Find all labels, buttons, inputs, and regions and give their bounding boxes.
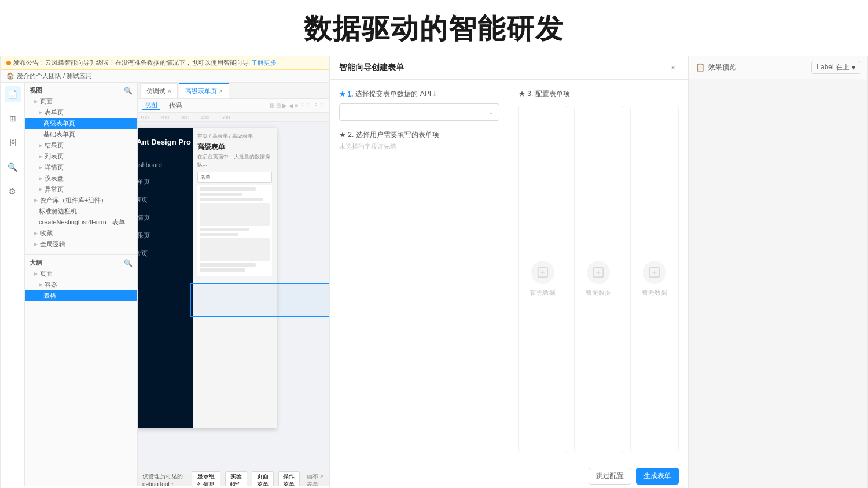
wizard-step-1-num: ★ 1.	[339, 90, 353, 98]
wizard-empty-cards: 暂无数据 暂无数据	[518, 106, 679, 452]
ide-panel: 发布公告：云凤蝶智能向导升级啦！在没有准备数据的情况下，也可以使用智能向导 了解…	[0, 56, 330, 488]
tree-item-std-sidebar[interactable]: 标准侧边栏机	[25, 206, 137, 217]
breadcrumb-text: 漫介的个人团队 / 测试应用	[17, 72, 92, 80]
wizard-finish-btn[interactable]: 生成表单	[636, 468, 679, 485]
ide-view-btn-visual[interactable]: 视图	[142, 101, 160, 110]
wizard-api-select[interactable]: ⌄	[339, 103, 499, 121]
tree-item-pages-label: 页面	[40, 97, 53, 106]
sidebar-config-icon[interactable]: ⚙	[5, 183, 21, 199]
adp-row-4	[200, 203, 270, 226]
preview-label-select-value: Label 在上	[816, 62, 849, 72]
notification-link[interactable]: 了解更多	[251, 58, 277, 67]
wizard-step-2-num: ★ 2.	[339, 131, 354, 139]
debug-page-menu-btn[interactable]: 页面菜单	[252, 471, 274, 487]
ide-filetree: 视图 🔍 ▶ 页面 ▶ 表单页 高级表单页 基	[25, 83, 138, 486]
tree-item-exception-label: 异常页	[45, 185, 64, 194]
ide-tab-advanced-form-close[interactable]: ×	[219, 88, 223, 94]
outline-pages[interactable]: ▶ 页面	[25, 268, 137, 279]
preview-label-select[interactable]: Label 在上 ▾	[811, 61, 860, 74]
wizard-title: 智能向导创建表单	[339, 62, 404, 73]
ide-view-toggle: 视图 代码 ⊞ ⊟ ▶ ◀ ≡ ⋮⋮ ⋮⋮	[138, 99, 329, 113]
wizard-skip-btn[interactable]: 跳过配置	[589, 468, 631, 485]
outline-search-icon[interactable]: 🔍	[124, 259, 133, 267]
sidebar-pages-icon[interactable]: 📄	[5, 86, 21, 102]
wizard-empty-text-1: 暂无数据	[530, 289, 556, 297]
tree-item-dashboard[interactable]: ▶ 仪表盘	[25, 173, 137, 184]
tree-item-basic-form[interactable]: 基础表单页	[25, 129, 137, 140]
sidebar-search-icon[interactable]: 🔍	[5, 159, 21, 175]
adp-table-header: 名单	[197, 172, 272, 183]
notification-text: 发布公告：云凤蝶智能向导升级啦！在没有准备数据的情况下，也可以使用智能向导	[13, 58, 249, 67]
wizard-step-1-info-icon: ℹ	[433, 90, 436, 98]
debug-show-components-btn[interactable]: 显示组件信息	[192, 471, 220, 487]
sidebar-data-icon[interactable]: 🗄	[5, 135, 21, 151]
wizard-header: 智能向导创建表单 ×	[330, 56, 688, 80]
ide-tab-debug-close[interactable]: ×	[168, 88, 171, 94]
tree-search-icon[interactable]: 🔍	[124, 87, 133, 95]
ide-tab-advanced-form[interactable]: 高级表单页 ×	[179, 83, 229, 98]
sidebar-components-icon[interactable]: ⊞	[5, 110, 21, 127]
tree-item-std-sidebar-label: 标准侧边栏机	[39, 207, 77, 216]
adp-row-3	[200, 198, 263, 201]
tree-item-create-nesting-label: createNestingList4Form - 表单	[39, 218, 125, 227]
preview-panel: 📋 效果预览 Label 在上 ▾	[689, 56, 868, 488]
tree-section-view-label: 视图	[30, 86, 42, 95]
ide-editor: 仿调试 × 高级表单页 × 视图 代码 ⊞ ⊟ ▶ ◀ ≡ ⋮⋮ ⋮⋮	[138, 83, 329, 486]
wizard-body: ★ 1. 选择提交表单数据的 API ℹ ⌄ ★ 2. 选择用户需要填写的表单项	[330, 80, 688, 461]
ide-breadcrumb: 🏠 漫介的个人团队 / 测试应用	[1, 70, 329, 83]
tree-item-dashboard-label: 仪表盘	[45, 174, 64, 183]
ide-tab-debug[interactable]: 仿调试 ×	[140, 83, 178, 98]
tree-item-advanced-form[interactable]: 高级表单页	[25, 118, 137, 129]
wizard-step-3-num: ★ 3.	[518, 90, 533, 98]
outline-table-label: 表格	[43, 291, 56, 300]
outline-container[interactable]: ▶ 容器	[25, 279, 137, 290]
tree-item-list-label: 列表页	[45, 152, 64, 161]
tree-item-assets[interactable]: ▶ 资产库（组件库+组件）	[25, 195, 137, 206]
tree-item-formpage[interactable]: ▶ 表单页	[25, 107, 137, 118]
adp-menu-dashboard-label: Dashboard	[138, 161, 162, 168]
debug-action-menu-btn[interactable]: 操作菜单	[278, 471, 300, 487]
tree-section-actions: 🔍	[124, 87, 133, 95]
tree-item-favorites-label: 收藏	[40, 229, 53, 238]
tree-section-view[interactable]: 视图 🔍	[25, 85, 137, 96]
tree-item-result[interactable]: ▶ 结果页	[25, 140, 137, 151]
tree-section-outline[interactable]: 大纲 🔍	[25, 257, 137, 268]
tree-section-outline-label: 大纲	[30, 258, 42, 267]
outline-pages-label: 页面	[40, 269, 53, 278]
adp-menu-exception-label: 异常页	[138, 249, 148, 258]
tree-item-detail-label: 详情页	[45, 163, 64, 172]
adp-row-6	[200, 233, 238, 236]
ide-toolbar-icons: ⊞ ⊟ ▶ ◀ ≡ ⋮⋮ ⋮⋮	[270, 102, 325, 109]
tree-item-exception[interactable]: ▶ 异常页	[25, 184, 137, 195]
tree-item-create-nesting[interactable]: createNestingList4Form - 表单	[25, 217, 137, 228]
outline-container-label: 容器	[45, 280, 57, 289]
debug-experiments-btn[interactable]: 实验特性	[225, 471, 247, 487]
wizard-panel: 智能向导创建表单 × ★ 1. 选择提交表单数据的 API ℹ ⌄	[330, 56, 689, 488]
tree-item-pages[interactable]: ▶ 页面	[25, 96, 137, 107]
ide-ruler: 100200300400500	[138, 113, 329, 122]
wizard-empty-icon-3	[643, 261, 666, 284]
preview-header: 📋 效果预览 Label 在上 ▾	[689, 56, 867, 79]
ide-debug-text: 仅管理员可见的 debug tool：	[142, 472, 187, 487]
adp-row-2	[200, 193, 242, 196]
preview-title-text: 效果预览	[708, 62, 736, 72]
adp-mockup: A Ant Design Pro 📊Dashboard ›	[138, 128, 277, 428]
ide-tab-advanced-form-label: 高级表单页	[185, 87, 217, 95]
adp-row-9	[200, 268, 245, 272]
tree-item-favorites[interactable]: ▶ 收藏	[25, 228, 137, 239]
tree-item-result-label: 结果页	[45, 141, 64, 150]
tree-item-detail[interactable]: ▶ 详情页	[25, 162, 137, 173]
preview-label-select-arrow: ▾	[852, 64, 855, 72]
wizard-step-1: ★ 1. 选择提交表单数据的 API ℹ ⌄	[339, 89, 499, 121]
tree-item-list[interactable]: ▶ 列表页	[25, 151, 137, 162]
wizard-steps-left: ★ 1. 选择提交表单数据的 API ℹ ⌄ ★ 2. 选择用户需要填写的表单项	[330, 80, 509, 461]
wizard-empty-icon-2	[587, 261, 610, 284]
wizard-empty-text-2: 暂无数据	[586, 289, 611, 297]
outline-table[interactable]: 表格	[25, 290, 137, 301]
wizard-close-btn[interactable]: ×	[667, 62, 679, 73]
tree-item-formpage-label: 表单页	[45, 108, 64, 117]
wizard-step-3-text: 配置表单项	[535, 90, 570, 98]
tree-item-global-logic[interactable]: ▶ 全局逻辑	[25, 239, 137, 250]
ide-view-btn-code[interactable]: 代码	[167, 101, 184, 110]
wizard-step-2: ★ 2. 选择用户需要填写的表单项 未选择的字段请先填	[339, 130, 499, 151]
